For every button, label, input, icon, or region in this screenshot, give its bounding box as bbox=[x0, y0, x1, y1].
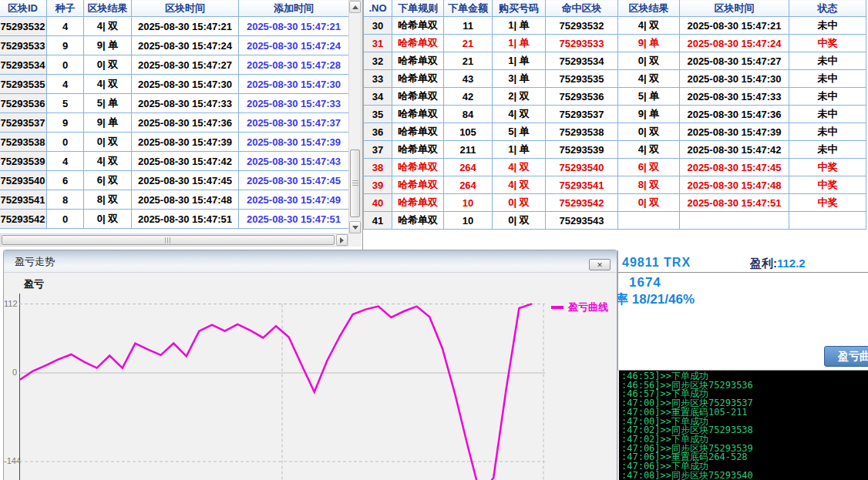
table-cell: 2025-08-30 15:47:43 bbox=[239, 152, 349, 171]
table-cell: 未中 bbox=[789, 123, 866, 141]
table-row[interactable]: 33哈希单双433| 单752935354| 双2025-08-30 15:47… bbox=[364, 70, 866, 88]
table-cell: 2025-08-30 15:47:33 bbox=[680, 88, 789, 106]
column-header-added-time[interactable]: 添加时间 bbox=[239, 0, 349, 17]
table-cell: 2025-08-30 15:47:39 bbox=[132, 133, 239, 152]
table-cell: 75293540 bbox=[0, 171, 47, 190]
table-row[interactable]: 34哈希单双422| 双752935365| 单2025-08-30 15:47… bbox=[364, 88, 866, 106]
table-cell: 211 bbox=[444, 141, 493, 159]
table-cell: 未中 bbox=[789, 88, 866, 106]
table-cell: 75293536 bbox=[546, 88, 618, 106]
horizontal-scrollbar-thumb[interactable] bbox=[2, 235, 335, 245]
table-row[interactable]: 35哈希单双844| 双752935379| 单2025-08-30 15:47… bbox=[364, 106, 866, 123]
table-row[interactable]: 7529354188| 双2025-08-30 15:47:482025-08-… bbox=[0, 190, 349, 210]
table-cell: 未中 bbox=[789, 52, 866, 70]
table-row[interactable]: 7529353799| 单2025-08-30 15:47:362025-08-… bbox=[0, 113, 349, 133]
table-cell: 中奖 bbox=[789, 35, 866, 52]
table-cell: 2025-08-30 15:47:36 bbox=[680, 106, 789, 123]
table-cell: 75293533 bbox=[546, 35, 618, 52]
table-cell: 32 bbox=[364, 52, 392, 70]
table-row[interactable]: 7529353399| 单2025-08-30 15:47:242025-08-… bbox=[0, 36, 349, 55]
table-cell: 2025-08-30 15:47:49 bbox=[239, 190, 349, 210]
table-cell: 2025-08-30 15:47:42 bbox=[680, 141, 789, 159]
column-header-order-rule[interactable]: 下单规则 bbox=[392, 0, 444, 17]
count-text: 1674 bbox=[629, 275, 661, 290]
table-cell: 37 bbox=[364, 141, 392, 159]
table-cell: 5 bbox=[47, 94, 84, 113]
scroll-down-button[interactable] bbox=[349, 221, 361, 233]
table-cell: 75293536 bbox=[0, 94, 47, 113]
profit-chart bbox=[4, 273, 617, 480]
table-row[interactable]: 39哈希单双2644| 双752935418| 双2025-08-30 15:4… bbox=[364, 176, 866, 194]
profit-curve-button[interactable]: 盈亏曲线 bbox=[824, 346, 868, 367]
vertical-scrollbar-thumb[interactable] bbox=[350, 149, 360, 217]
table-row[interactable]: 36哈希单双1055| 单752935380| 双2025-08-30 15:4… bbox=[364, 123, 866, 141]
table-cell: 2025-08-30 15:47:39 bbox=[680, 123, 789, 141]
table-cell bbox=[789, 212, 866, 230]
table-cell: 2| 双 bbox=[493, 88, 546, 106]
column-header-status[interactable]: 状态 bbox=[789, 0, 866, 17]
table-cell: 9| 单 bbox=[618, 106, 680, 123]
table-cell: 21 bbox=[444, 35, 493, 52]
arrow-up-icon bbox=[352, 5, 358, 9]
column-header-no[interactable]: .NO bbox=[364, 0, 392, 17]
table-cell: 未中 bbox=[789, 17, 866, 35]
vertical-scrollbar[interactable] bbox=[348, 0, 362, 233]
table-row[interactable]: 7529353400| 双2025-08-30 15:47:272025-08-… bbox=[0, 55, 349, 75]
table-row[interactable]: 7529353244| 双2025-08-30 15:47:212025-08-… bbox=[0, 17, 349, 36]
table-cell: 哈希单双 bbox=[392, 123, 444, 141]
chart-area: 盈亏 112 0 -144 盈亏曲线 bbox=[4, 273, 617, 480]
table-row[interactable]: 7529354200| 双2025-08-30 15:47:512025-08-… bbox=[0, 210, 349, 229]
table-cell: 8 bbox=[47, 190, 84, 210]
table-row[interactable]: 31哈希单双211| 单752935339| 单2025-08-30 15:47… bbox=[364, 35, 866, 52]
log-console[interactable]: :46:53]>>下单成功:46:56]>>同步区块75293536:46:57… bbox=[617, 370, 868, 480]
table-row[interactable]: 7529353544| 双2025-08-30 15:47:302025-08-… bbox=[0, 75, 349, 94]
table-cell: 哈希单双 bbox=[392, 70, 444, 88]
horizontal-scrollbar[interactable] bbox=[0, 233, 348, 247]
column-header-block-id[interactable]: 区块ID bbox=[0, 0, 47, 17]
profit-text: 盈利:112.2 bbox=[750, 257, 806, 271]
table-cell: 2025-08-30 15:47:51 bbox=[239, 210, 349, 229]
column-header-block-result[interactable]: 区块结果 bbox=[618, 0, 680, 17]
scroll-up-button[interactable] bbox=[349, 1, 361, 13]
table-row[interactable]: 7529353655| 单2025-08-30 15:47:332025-08-… bbox=[0, 94, 349, 113]
table-row[interactable]: 7529353800| 双2025-08-30 15:47:392025-08-… bbox=[0, 133, 349, 152]
table-row[interactable]: 32哈希单双211| 单752935340| 双2025-08-30 15:47… bbox=[364, 52, 866, 70]
table-cell: 75293543 bbox=[546, 212, 618, 230]
table-row[interactable]: 40哈希单双100| 双752935420| 双2025-08-30 15:47… bbox=[364, 194, 866, 212]
column-header-block-time[interactable]: 区块时间 bbox=[680, 0, 789, 17]
table-cell bbox=[680, 212, 789, 230]
table-row[interactable]: 41哈希单双100| 双75293543 bbox=[364, 212, 866, 230]
table-row[interactable]: 7529354066| 双2025-08-30 15:47:452025-08-… bbox=[0, 171, 349, 190]
profit-label: 盈利: bbox=[750, 257, 777, 270]
table-cell: 4| 双 bbox=[618, 17, 680, 35]
close-button[interactable]: ✕ bbox=[589, 259, 611, 270]
column-header-buy-number[interactable]: 购买号码 bbox=[493, 0, 546, 17]
profit-curve-line bbox=[20, 304, 532, 480]
table-row[interactable]: 7529353944| 双2025-08-30 15:47:422025-08-… bbox=[0, 152, 349, 171]
table-cell: 4| 双 bbox=[493, 106, 546, 123]
table-row[interactable]: 37哈希单双2111| 单752935394| 双2025-08-30 15:4… bbox=[364, 141, 866, 159]
table-cell: 75293538 bbox=[546, 123, 618, 141]
table-cell: 2025-08-30 15:47:36 bbox=[132, 113, 239, 133]
table-cell: 哈希单双 bbox=[392, 106, 444, 123]
table-cell: 5| 单 bbox=[618, 88, 680, 106]
table-cell: 2025-08-30 15:47:33 bbox=[132, 94, 239, 113]
table-cell: 9| 单 bbox=[84, 113, 132, 133]
table-cell: 75293538 bbox=[0, 133, 47, 152]
column-header-block-result[interactable]: 区块结果 bbox=[84, 0, 132, 17]
table-row[interactable]: 30哈希单双111| 单752935324| 双2025-08-30 15:47… bbox=[364, 17, 866, 35]
table-cell: 9 bbox=[47, 36, 84, 55]
table-cell: 5| 单 bbox=[84, 94, 132, 113]
column-header-order-amount[interactable]: 下单金额 bbox=[444, 0, 493, 17]
table-cell: 2025-08-30 15:47:24 bbox=[239, 36, 349, 55]
table-cell: 75293537 bbox=[546, 106, 618, 123]
table-row[interactable]: 38哈希单双2644| 双752935406| 双2025-08-30 15:4… bbox=[364, 159, 866, 176]
column-header-hit-block[interactable]: 命中区块 bbox=[546, 0, 618, 17]
column-header-block-time[interactable]: 区块时间 bbox=[132, 0, 239, 17]
table-cell: 中奖 bbox=[789, 176, 866, 194]
table-cell: 哈希单双 bbox=[392, 176, 444, 194]
scroll-right-button[interactable] bbox=[336, 234, 348, 246]
table-cell: 40 bbox=[364, 194, 392, 212]
window-titlebar[interactable]: 盈亏走势 ✕ bbox=[4, 250, 617, 273]
column-header-seed[interactable]: 种子 bbox=[47, 0, 84, 17]
